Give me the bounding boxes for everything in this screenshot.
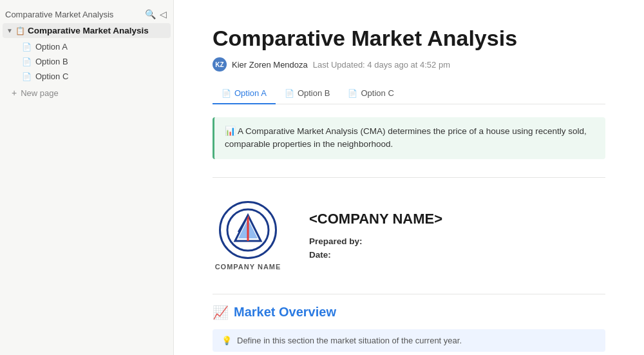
tab-a-doc-icon: 📄	[222, 89, 231, 98]
sidebar-root-doc-icon: 📋	[15, 26, 25, 35]
doc-icon-a: 📄	[22, 43, 32, 52]
tab-option-b[interactable]: 📄 Option B	[276, 83, 339, 104]
main-content: Comparative Market Analysis KZ Kier Zore…	[174, 0, 644, 355]
sidebar-label-option-c: Option C	[35, 72, 68, 81]
company-date: Date:	[309, 250, 605, 260]
search-icon[interactable]: 🔍	[145, 9, 156, 19]
sidebar-header: Comparative Market Analysis 🔍 ◁	[0, 5, 173, 23]
info-icon: 📊	[225, 126, 238, 136]
sidebar-label-option-a: Option A	[35, 42, 68, 52]
doc-icon-c: 📄	[22, 72, 32, 81]
author-row: KZ Kier Zoren Mendoza Last Updated: 4 da…	[213, 57, 605, 72]
sidebar-root-label: Comparative Market Analysis	[28, 26, 149, 35]
tab-b-doc-icon: 📄	[285, 89, 294, 98]
divider-1	[213, 177, 605, 178]
date-label: Date:	[309, 250, 331, 260]
tab-b-label: Option B	[298, 88, 330, 98]
tab-c-label: Option C	[361, 88, 393, 98]
sidebar-item-option-a[interactable]: 📄 Option A	[3, 39, 171, 54]
avatar: KZ	[213, 57, 227, 72]
plus-icon: +	[12, 88, 17, 98]
sidebar-item-option-c[interactable]: 📄 Option C	[3, 69, 171, 84]
divider-2	[213, 294, 605, 294]
last-updated: Last Updated: 4 days ago at 4:52 pm	[313, 60, 450, 70]
company-info: <COMPANY NAME> Prepared by: Date:	[309, 201, 605, 264]
company-logo-area: COMPANY NAME	[213, 201, 283, 271]
hint-text: Define in this section the market situat…	[237, 336, 462, 345]
tab-a-label: Option A	[234, 88, 267, 98]
market-overview-title: Market Overview	[234, 305, 336, 320]
market-overview-section: 📈 Market Overview 💡 Define in this secti…	[213, 305, 605, 356]
hint-icon: 💡	[222, 336, 232, 345]
company-logo-svg	[225, 207, 270, 253]
sidebar-root-item[interactable]: ▼ 📋 Comparative Market Analysis	[3, 23, 171, 38]
tab-option-c[interactable]: 📄 Option C	[339, 83, 402, 104]
page-title: Comparative Market Analysis	[213, 26, 605, 51]
author-name: Kier Zoren Mendoza	[232, 60, 308, 70]
cma-info-box: 📊 A Comparative Market Analysis (CMA) de…	[213, 117, 605, 159]
company-title: <COMPANY NAME>	[309, 211, 605, 227]
company-name-label: COMPANY NAME	[215, 263, 281, 271]
prepared-by-label: Prepared by:	[309, 236, 363, 246]
sidebar-item-option-b[interactable]: 📄 Option B	[3, 54, 171, 69]
company-prepared-by: Prepared by:	[309, 236, 605, 246]
company-logo	[219, 201, 277, 259]
sidebar-toggle-icon[interactable]: ◁	[160, 9, 167, 19]
chevron-down-icon: ▼	[6, 27, 13, 34]
sidebar-app-title: Comparative Market Analysis	[5, 10, 113, 19]
market-overview-icon: 📈	[213, 305, 229, 320]
tab-option-a[interactable]: 📄 Option A	[213, 83, 276, 104]
new-page-label: New page	[21, 88, 59, 98]
hint-box: 💡 Define in this section the market situ…	[213, 329, 605, 352]
info-text: A Comparative Market Analysis (CMA) dete…	[225, 126, 587, 149]
section-title-market: 📈 Market Overview	[213, 305, 605, 320]
tabs-row: 📄 Option A 📄 Option B 📄 Option C	[213, 83, 605, 104]
doc-icon-b: 📄	[22, 57, 32, 66]
sidebar: Comparative Market Analysis 🔍 ◁ ▼ 📋 Comp…	[0, 0, 174, 355]
new-page-button[interactable]: + New page	[3, 85, 171, 101]
tab-c-doc-icon: 📄	[348, 89, 357, 98]
avatar-initials: KZ	[215, 61, 223, 68]
sidebar-label-option-b: Option B	[35, 57, 68, 66]
company-section: COMPANY NAME <COMPANY NAME> Prepared by:…	[213, 188, 605, 283]
